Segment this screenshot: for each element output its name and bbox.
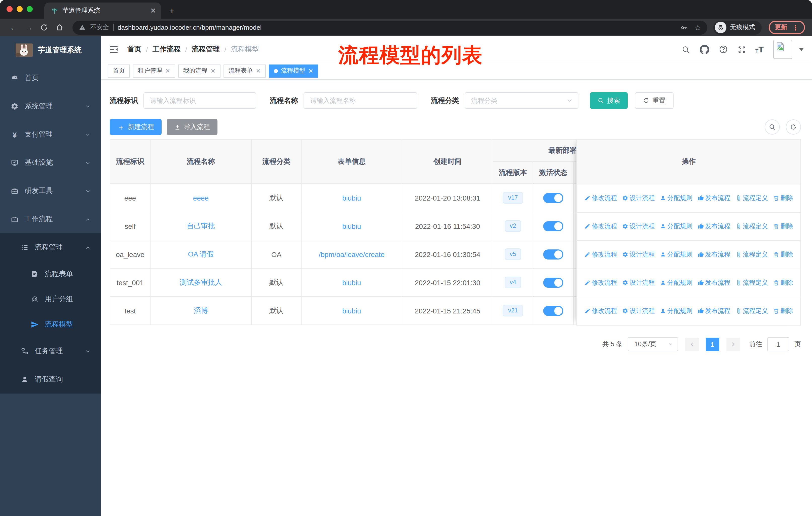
tag-tab-4[interactable]: 流程模型✕	[269, 64, 318, 77]
sidebar-item-8[interactable]: 用户分组	[0, 287, 101, 312]
avatar-caret-down-icon[interactable]	[799, 48, 804, 51]
action-modify[interactable]: 修改流程	[584, 250, 617, 259]
sidebar-item-4[interactable]: 研发工具	[0, 177, 101, 205]
action-assign-rule[interactable]: 分配规则	[660, 222, 692, 231]
action-design[interactable]: 设计流程	[622, 194, 655, 202]
action-design[interactable]: 设计流程	[622, 222, 655, 231]
tag-close-icon[interactable]: ✕	[256, 68, 261, 74]
action-design[interactable]: 设计流程	[622, 279, 655, 287]
maximize-window-button[interactable]	[27, 6, 33, 12]
form-info-link[interactable]: biubiu	[342, 307, 361, 315]
action-publish[interactable]: 发布流程	[697, 250, 730, 259]
url-omnibox[interactable]: 不安全 dashboard.yudao.iocoder.cn/bpm/manag…	[72, 20, 707, 34]
action-assign-rule[interactable]: 分配规则	[660, 194, 692, 202]
help-icon[interactable]	[719, 45, 728, 54]
fullscreen-icon[interactable]	[737, 45, 746, 54]
action-delete[interactable]: 删除	[773, 194, 793, 202]
action-design[interactable]: 设计流程	[622, 307, 655, 316]
bookmark-star-icon[interactable]: ☆	[694, 23, 701, 32]
sidebar-item-5[interactable]: 工作流程	[0, 205, 101, 233]
action-modify[interactable]: 修改流程	[584, 279, 617, 287]
tag-tab-0[interactable]: 首页	[108, 64, 130, 77]
action-delete[interactable]: 删除	[773, 250, 793, 259]
form-info-link[interactable]: biubiu	[342, 278, 361, 287]
avatar[interactable]	[773, 40, 792, 59]
password-key-icon[interactable]	[680, 23, 688, 31]
active-toggle[interactable]	[543, 277, 563, 288]
sidebar-item-1[interactable]: 系统管理	[0, 92, 101, 120]
active-toggle[interactable]	[543, 193, 563, 203]
browser-update-button[interactable]: 更新 ⋮	[769, 21, 805, 34]
sidebar-item-10[interactable]: 任务管理	[0, 337, 101, 365]
action-modify[interactable]: 修改流程	[584, 222, 617, 231]
action-assign-rule[interactable]: 分配规则	[660, 307, 692, 316]
action-definition[interactable]: 流程定义	[735, 194, 768, 202]
sidebar-item-6[interactable]: 流程管理	[0, 233, 101, 262]
window-controls[interactable]	[6, 6, 33, 12]
action-delete[interactable]: 删除	[773, 222, 793, 231]
browser-tab[interactable]: 芋道管理系统 ✕	[44, 2, 161, 19]
tag-tab-3[interactable]: 流程表单✕	[224, 64, 266, 77]
action-definition[interactable]: 流程定义	[735, 250, 768, 259]
sidebar-collapse-icon[interactable]	[109, 44, 119, 54]
form-info-link[interactable]: biubiu	[342, 222, 361, 230]
process-name-link[interactable]: 滔博	[194, 306, 208, 314]
action-design[interactable]: 设计流程	[622, 250, 655, 259]
toggle-search-button[interactable]	[765, 119, 780, 135]
sidebar-item-0[interactable]: 首页	[0, 64, 101, 92]
font-size-icon[interactable]: TT	[755, 45, 764, 54]
action-definition[interactable]: 流程定义	[735, 222, 768, 231]
back-icon[interactable]: ←	[7, 23, 20, 31]
new-tab-button[interactable]: +	[169, 6, 175, 16]
action-assign-rule[interactable]: 分配规则	[660, 250, 692, 259]
process-key-input[interactable]	[143, 92, 256, 109]
action-delete[interactable]: 删除	[773, 279, 793, 287]
active-toggle[interactable]	[543, 306, 563, 316]
action-definition[interactable]: 流程定义	[735, 279, 768, 287]
process-name-link[interactable]: 自己审批	[187, 221, 215, 229]
action-publish[interactable]: 发布流程	[697, 307, 730, 316]
action-delete[interactable]: 删除	[773, 307, 793, 316]
goto-page-input[interactable]	[767, 337, 789, 351]
close-window-button[interactable]	[6, 6, 12, 12]
page-size-select[interactable]: 10条/页	[628, 337, 678, 351]
action-assign-rule[interactable]: 分配规则	[660, 279, 692, 287]
process-name-link[interactable]: eeee	[193, 194, 209, 202]
process-name-link[interactable]: OA 请假	[188, 250, 214, 258]
refresh-table-button[interactable]	[786, 119, 801, 135]
reset-button[interactable]: 重置	[635, 92, 673, 109]
active-toggle[interactable]	[543, 221, 563, 231]
browser-menu-icon[interactable]: ⋮	[792, 23, 799, 31]
sidebar-item-3[interactable]: 基础设施	[0, 148, 101, 177]
header-search-icon[interactable]	[682, 45, 690, 54]
active-toggle[interactable]	[543, 249, 563, 259]
action-modify[interactable]: 修改流程	[584, 194, 617, 202]
tag-close-icon[interactable]: ✕	[165, 68, 170, 74]
app-logo[interactable]: 芋道管理系统	[0, 36, 101, 64]
reload-icon[interactable]	[40, 23, 48, 32]
breadcrumb-item[interactable]: 流程管理	[192, 45, 220, 54]
form-info-link[interactable]: biubiu	[342, 194, 361, 202]
form-info-link[interactable]: /bpm/oa/leave/create	[319, 250, 385, 258]
prev-page-button[interactable]	[685, 337, 699, 351]
sidebar-item-2[interactable]: ¥支付管理	[0, 120, 101, 148]
action-modify[interactable]: 修改流程	[584, 307, 617, 316]
process-name-input[interactable]	[303, 92, 417, 109]
import-process-button[interactable]: 导入流程	[167, 119, 218, 135]
tab-close-icon[interactable]: ✕	[150, 7, 156, 14]
search-button[interactable]: 搜索	[590, 92, 628, 109]
breadcrumb-item[interactable]: 工作流程	[152, 45, 181, 54]
create-process-button[interactable]: ＋ 新建流程	[110, 119, 162, 135]
home-icon[interactable]	[55, 23, 64, 32]
github-icon[interactable]	[699, 45, 709, 54]
action-publish[interactable]: 发布流程	[697, 222, 730, 231]
current-page-button[interactable]: 1	[706, 337, 719, 351]
category-select[interactable]: 流程分类	[465, 92, 578, 109]
next-page-button[interactable]	[726, 337, 740, 351]
tag-close-icon[interactable]: ✕	[308, 68, 313, 74]
forward-icon[interactable]: →	[22, 23, 35, 31]
action-publish[interactable]: 发布流程	[697, 279, 730, 287]
action-publish[interactable]: 发布流程	[697, 194, 730, 202]
tag-tab-1[interactable]: 租户管理✕	[133, 64, 175, 77]
sidebar-item-7[interactable]: 流程表单	[0, 262, 101, 287]
